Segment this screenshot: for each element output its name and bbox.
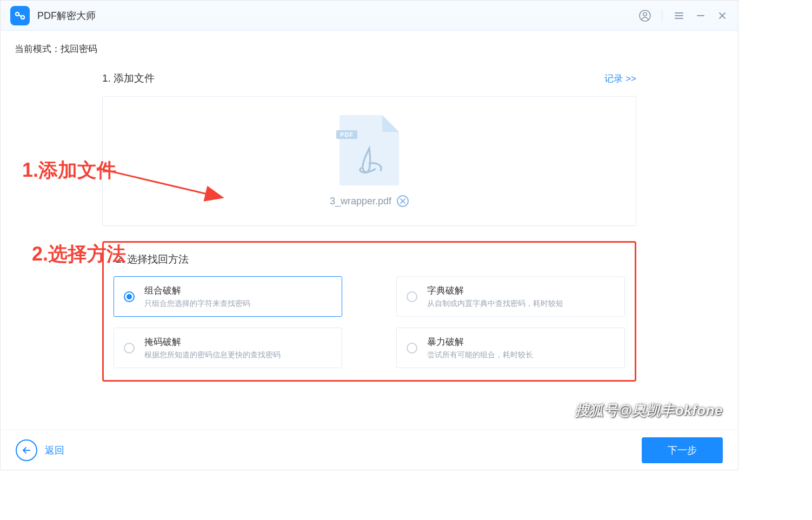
app-window: PDF解密大师 bbox=[0, 0, 738, 470]
option-title: 暴力破解 bbox=[427, 336, 533, 348]
app-logo-icon bbox=[10, 6, 30, 25]
option-desc: 从自制或内置字典中查找密码，耗时较短 bbox=[427, 299, 563, 309]
remove-file-icon[interactable] bbox=[397, 195, 409, 207]
close-icon[interactable] bbox=[714, 8, 730, 24]
footer: 返回 下一步 bbox=[1, 430, 738, 470]
step1-title: 1. 添加文件 bbox=[102, 71, 155, 85]
option-desc: 只组合您选择的字符来查找密码 bbox=[144, 299, 250, 309]
content: 当前模式：找回密码 1. 添加文件 记录 >> PDF bbox=[1, 31, 738, 430]
radio-icon bbox=[407, 291, 417, 302]
option-combination[interactable]: 组合破解 只组合您选择的字符来查找密码 bbox=[114, 276, 342, 317]
app-title: PDF解密大师 bbox=[37, 9, 96, 22]
option-bruteforce[interactable]: 暴力破解 尝试所有可能的组合，耗时较长 bbox=[396, 328, 625, 368]
pdf-file-icon: PDF bbox=[340, 115, 399, 185]
titlebar: PDF解密大师 bbox=[1, 1, 738, 31]
option-title: 字典破解 bbox=[427, 284, 563, 297]
step2-box: 2. 选择找回方法 组合破解 只组合您选择的字符来查找密码 字典破解 bbox=[102, 241, 636, 382]
next-button[interactable]: 下一步 bbox=[642, 437, 723, 463]
inner-container: 1. 添加文件 记录 >> PDF 3_wrapper.pdf bbox=[102, 71, 636, 382]
option-title: 掩码破解 bbox=[144, 336, 281, 348]
separator bbox=[662, 10, 662, 22]
option-desc: 根据您所知道的密码信息更快的查找密码 bbox=[144, 350, 281, 360]
titlebar-left: PDF解密大师 bbox=[10, 6, 96, 25]
step1-header: 1. 添加文件 记录 >> bbox=[102, 71, 636, 85]
titlebar-right bbox=[637, 8, 730, 24]
svg-point-3 bbox=[643, 12, 647, 16]
option-mask[interactable]: 掩码破解 根据您所知道的密码信息更快的查找密码 bbox=[114, 328, 342, 368]
step2-title: 2. 选择找回方法 bbox=[116, 252, 625, 266]
back-label: 返回 bbox=[45, 444, 64, 457]
back-arrow-icon bbox=[16, 439, 37, 461]
back-button[interactable]: 返回 bbox=[16, 439, 64, 461]
radio-icon bbox=[124, 291, 135, 302]
filename: 3_wrapper.pdf bbox=[330, 196, 391, 207]
minimize-icon[interactable] bbox=[693, 8, 709, 24]
option-desc: 尝试所有可能的组合，耗时较长 bbox=[427, 350, 533, 360]
file-dropzone[interactable]: PDF 3_wrapper.pdf bbox=[102, 96, 636, 226]
option-title: 组合破解 bbox=[144, 284, 250, 297]
radio-icon bbox=[124, 343, 135, 354]
menu-icon[interactable] bbox=[671, 8, 687, 24]
option-dictionary[interactable]: 字典破解 从自制或内置字典中查找密码，耗时较短 bbox=[396, 276, 625, 317]
record-link[interactable]: 记录 >> bbox=[604, 72, 636, 85]
pdf-badge: PDF bbox=[336, 130, 357, 139]
options-grid: 组合破解 只组合您选择的字符来查找密码 字典破解 从自制或内置字典中查找密码，耗… bbox=[114, 276, 625, 368]
file-row: 3_wrapper.pdf bbox=[330, 195, 409, 207]
radio-icon bbox=[407, 343, 417, 354]
mode-label: 当前模式：找回密码 bbox=[15, 43, 728, 55]
user-icon[interactable] bbox=[637, 8, 653, 24]
